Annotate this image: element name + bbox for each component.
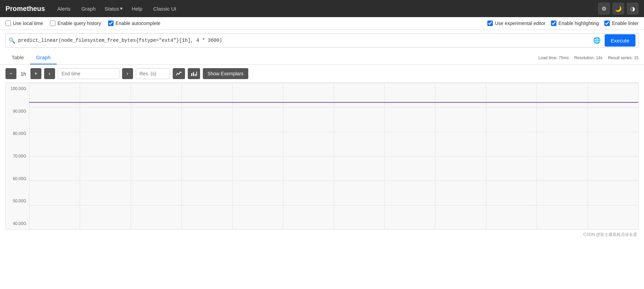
- navbar: Prometheus Alerts Graph Status ▾ Help Cl…: [0, 0, 644, 17]
- duration-label: 1h: [19, 71, 28, 77]
- use-experimental-editor-label[interactable]: Use experimental editor: [487, 21, 546, 26]
- enable-linter-label[interactable]: Enable linter: [604, 21, 639, 26]
- increase-duration-button[interactable]: +: [30, 68, 41, 79]
- settings-icon-button[interactable]: ⚙: [598, 3, 610, 14]
- resolution: Resolution: 14s: [574, 55, 603, 60]
- grid-line-vertical: [131, 83, 131, 229]
- nav-classic-ui[interactable]: Classic UI: [151, 4, 179, 13]
- svg-rect-2: [195, 74, 196, 76]
- enable-highlighting-text: Enable highlighting: [558, 21, 599, 26]
- end-time-input[interactable]: [58, 68, 119, 79]
- tabs-row: Table Graph Load time: 75ms Resolution: …: [0, 51, 644, 65]
- grid-line-vertical: [181, 83, 182, 229]
- grid-line-vertical: [29, 83, 29, 229]
- enable-query-history-label[interactable]: Enable query history: [50, 21, 101, 26]
- svg-rect-0: [191, 73, 192, 76]
- chart-area: 100.00G 90.00G 80.00G 70.00G 60.00G 50.0…: [5, 83, 639, 230]
- enable-query-history-checkbox[interactable]: [50, 21, 55, 26]
- enable-query-history-text: Enable query history: [57, 21, 101, 26]
- svg-rect-3: [196, 72, 197, 76]
- y-label-2: 80.00G: [6, 131, 26, 136]
- result-series: Result series: 15: [608, 55, 639, 60]
- use-local-time-label[interactable]: Use local time: [5, 21, 43, 26]
- enable-autocomplete-checkbox[interactable]: [108, 21, 114, 26]
- grid-line-vertical: [80, 83, 80, 229]
- settings-right: Use experimental editor Enable highlight…: [487, 21, 639, 26]
- resolution-input[interactable]: [136, 68, 170, 79]
- enable-linter-text: Enable linter: [612, 21, 639, 26]
- grid-line-vertical: [588, 83, 588, 229]
- use-experimental-editor-text: Use experimental editor: [495, 21, 546, 26]
- theme-moon-button[interactable]: 🌙: [613, 3, 624, 14]
- grid-line-horizontal: [29, 229, 638, 230]
- y-label-3: 70.00G: [6, 154, 26, 159]
- enable-autocomplete-text: Enable autocomplete: [116, 21, 161, 26]
- nav-status-dropdown[interactable]: Status ▾: [105, 5, 123, 12]
- grid-line-vertical: [232, 83, 233, 229]
- nav-help[interactable]: Help: [130, 4, 144, 13]
- nav-status-label: Status: [105, 6, 119, 12]
- use-local-time-checkbox[interactable]: [5, 21, 11, 26]
- tab-graph[interactable]: Graph: [30, 51, 57, 64]
- grid-line-vertical: [283, 83, 283, 229]
- y-label-5: 50.00G: [6, 199, 26, 203]
- graph-controls: − 1h + ‹ › Show Exemplars: [0, 65, 644, 83]
- tabs-info: Load time: 75ms Resolution: 14s Result s…: [538, 55, 639, 60]
- grid-line-vertical: [435, 83, 435, 229]
- tab-table[interactable]: Table: [5, 51, 30, 64]
- execute-button[interactable]: Execute: [605, 34, 635, 47]
- load-time: Load time: 75ms: [538, 55, 569, 60]
- bar-chart-button[interactable]: [188, 68, 200, 79]
- y-label-6: 40.00G: [6, 221, 26, 226]
- navbar-right-icons: ⚙ 🌙 ◑: [598, 3, 639, 14]
- data-series-line: [29, 102, 638, 103]
- decrease-duration-button[interactable]: −: [5, 68, 16, 79]
- nav-status-arrow: ▾: [120, 5, 123, 12]
- enable-highlighting-checkbox[interactable]: [551, 21, 556, 26]
- grid-line-vertical: [486, 83, 486, 229]
- use-local-time-text: Use local time: [13, 21, 43, 26]
- y-label-0: 100.00G: [6, 86, 26, 91]
- settings-bar: Use local time Enable query history Enab…: [0, 17, 644, 30]
- nav-alerts[interactable]: Alerts: [55, 4, 73, 13]
- y-label-4: 60.00G: [6, 176, 26, 181]
- enable-autocomplete-label[interactable]: Enable autocomplete: [108, 21, 161, 26]
- next-time-button[interactable]: ›: [122, 68, 133, 79]
- y-label-1: 90.00G: [6, 109, 26, 114]
- search-icon: 🔍: [9, 37, 15, 44]
- prev-time-button[interactable]: ‹: [44, 68, 55, 79]
- footer-watermark: CSDN @富士康质检员张全蛋: [0, 230, 644, 240]
- svg-rect-1: [193, 72, 194, 76]
- nav-graph[interactable]: Graph: [79, 4, 98, 13]
- brand-logo: Prometheus: [5, 5, 45, 13]
- search-bar: 🔍 🌐 Execute: [5, 33, 639, 48]
- grid-line-vertical: [537, 83, 537, 229]
- globe-button[interactable]: 🌐: [592, 35, 602, 46]
- line-chart-button[interactable]: [173, 68, 185, 79]
- grid-line-vertical: [334, 83, 334, 229]
- theme-contrast-button[interactable]: ◑: [627, 3, 639, 14]
- use-experimental-editor-checkbox[interactable]: [487, 21, 493, 26]
- grid-line-vertical: [384, 83, 385, 229]
- watermark-text: CSDN @富士康质检员张全蛋: [583, 232, 637, 237]
- y-axis: 100.00G 90.00G 80.00G 70.00G 60.00G 50.0…: [6, 83, 29, 229]
- enable-linter-checkbox[interactable]: [604, 21, 610, 26]
- query-input[interactable]: [18, 38, 592, 43]
- show-exemplars-button[interactable]: Show Exemplars: [203, 68, 248, 79]
- enable-highlighting-label[interactable]: Enable highlighting: [551, 21, 599, 26]
- chart-grid: [29, 83, 638, 229]
- grid-line-vertical: [638, 83, 639, 229]
